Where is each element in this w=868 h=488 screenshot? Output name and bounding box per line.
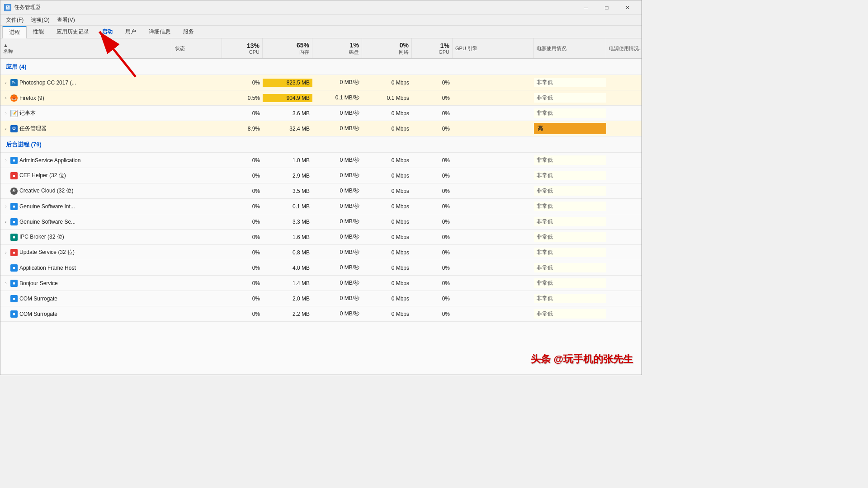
- process-cpu: 0%: [222, 202, 263, 211]
- process-gpu-engine: [453, 113, 534, 114]
- process-disk: 0 MB/秒: [312, 108, 362, 118]
- process-list: 应用 (4)›PsPhotoshop CC 2017 (...0%823.5 M…: [0, 59, 642, 375]
- process-gpu: 0%: [412, 187, 453, 195]
- process-cpu: 0%: [222, 187, 263, 195]
- tab-processes[interactable]: 进程: [2, 26, 27, 38]
- process-cpu: 0%: [222, 109, 263, 117]
- process-icon-firefox: 🦊: [10, 94, 18, 102]
- process-status: [172, 206, 222, 207]
- table-row[interactable]: ›PsPhotoshop CC 2017 (...0%823.5 MB0 MB/…: [0, 75, 642, 90]
- expand-arrow-icon[interactable]: ›: [3, 204, 9, 209]
- process-cpu: 0%: [222, 233, 263, 241]
- process-name-text: 记事本: [19, 109, 36, 117]
- process-name-text: IPC Broker (32 位): [19, 233, 64, 241]
- process-network: 0 Mbps: [362, 264, 412, 272]
- process-icon-eye: 👁: [10, 188, 18, 195]
- expand-arrow-icon[interactable]: ›: [3, 158, 9, 163]
- table-row[interactable]: ■CEF Helper (32 位)0%2.9 MB0 MB/秒0 Mbps0%…: [0, 168, 642, 183]
- tab-details[interactable]: 详细信息: [142, 26, 177, 38]
- process-network: 0 Mbps: [362, 279, 412, 287]
- process-disk: 0 MB/秒: [312, 248, 362, 257]
- col-disk[interactable]: 1% 磁盘: [312, 38, 362, 58]
- process-disk: 0 MB/秒: [312, 202, 362, 211]
- process-power2: [606, 206, 642, 207]
- process-status: [172, 236, 222, 238]
- tab-performance[interactable]: 性能: [27, 26, 50, 38]
- col-name[interactable]: ▲ 名称: [0, 38, 172, 58]
- table-row[interactable]: ›■Bonjour Service0%1.4 MB0 MB/秒0 Mbps0%非…: [0, 276, 642, 291]
- app-icon: 🖥: [4, 4, 11, 11]
- menu-options[interactable]: 选项(O): [27, 15, 53, 25]
- process-disk: 0 MB/秒: [312, 278, 362, 288]
- process-power2: [606, 252, 642, 253]
- process-status: [172, 313, 222, 315]
- table-row[interactable]: ■IPC Broker (32 位)0%1.6 MB0 MB/秒0 Mbps0%…: [0, 230, 642, 245]
- maximize-button[interactable]: □: [596, 0, 617, 15]
- col-power[interactable]: 电源使用情况: [534, 38, 606, 58]
- table-row[interactable]: ›📝记事本0%3.6 MB0 MB/秒0 Mbps0%非常低: [0, 106, 642, 121]
- expand-arrow-icon[interactable]: ›: [3, 126, 9, 131]
- expand-arrow-icon[interactable]: ›: [3, 250, 9, 255]
- table-row[interactable]: ›■AdminService Application0%1.0 MB0 MB/秒…: [0, 153, 642, 168]
- process-status: [172, 221, 222, 223]
- process-disk: 0 MB/秒: [312, 171, 362, 180]
- expand-arrow-icon[interactable]: ›: [3, 219, 9, 225]
- table-row[interactable]: 后台进程 (79): [0, 136, 642, 153]
- table-row[interactable]: ›⚙任务管理器8.9%32.4 MB0 MB/秒0 Mbps0%高: [0, 121, 642, 136]
- menu-file[interactable]: 文件(F): [2, 15, 27, 25]
- col-network[interactable]: 0% 网络: [362, 38, 412, 58]
- minimize-button[interactable]: ─: [576, 0, 596, 15]
- table-row[interactable]: ›■Genuine Software Int...0%0.1 MB0 MB/秒0…: [0, 199, 642, 214]
- process-name-cell: ›■Genuine Software Se...: [0, 217, 172, 226]
- col-gpu[interactable]: 1% GPU: [412, 38, 453, 58]
- process-cpu: 0%: [222, 249, 263, 257]
- process-icon-ps: Ps: [10, 79, 18, 86]
- col-power2[interactable]: 电源使用情况...: [606, 38, 642, 58]
- process-gpu-engine: [453, 82, 534, 84]
- process-icon-notepad: 📝: [10, 110, 18, 117]
- table-row[interactable]: ■COM Surrogate0%2.2 MB0 MB/秒0 Mbps0%非常低: [0, 306, 642, 322]
- expand-arrow-icon[interactable]: ›: [3, 95, 9, 101]
- close-button[interactable]: ✕: [617, 0, 638, 15]
- process-gpu-engine: [453, 175, 534, 177]
- col-status[interactable]: 状态: [172, 38, 222, 58]
- col-gpu-engine[interactable]: GPU 引擎: [453, 38, 534, 58]
- table-row[interactable]: ›■Genuine Software Se...0%3.3 MB0 MB/秒0 …: [0, 214, 642, 230]
- process-power: 非常低: [534, 202, 606, 211]
- process-name-cell: ■COM Surrogate: [0, 310, 172, 319]
- table-row[interactable]: ›🦊Firefox (9)0.5%904.9 MB0.1 MB/秒0.1 Mbp…: [0, 90, 642, 106]
- process-name-cell: ›📝记事本: [0, 108, 172, 118]
- process-power2: [606, 313, 642, 315]
- tab-services[interactable]: 服务: [177, 26, 200, 38]
- process-gpu-engine: [453, 267, 534, 269]
- process-gpu-engine: [453, 282, 534, 284]
- tab-app-history[interactable]: 应用历史记录: [50, 26, 95, 38]
- expand-arrow-icon[interactable]: ›: [3, 281, 9, 286]
- tab-startup[interactable]: 启动: [95, 26, 119, 38]
- tab-users[interactable]: 用户: [119, 26, 142, 38]
- table-row[interactable]: 👁Creative Cloud (32 位)0%3.5 MB0 MB/秒0 Mb…: [0, 183, 642, 199]
- process-memory: 1.0 MB: [263, 156, 312, 164]
- process-icon-red: ■: [10, 172, 18, 179]
- process-power: 非常低: [534, 171, 606, 180]
- menu-view[interactable]: 查看(V): [53, 15, 79, 25]
- table-row[interactable]: ■Application Frame Host0%4.0 MB0 MB/秒0 M…: [0, 260, 642, 276]
- process-disk: 0 MB/秒: [312, 124, 362, 133]
- window-controls: ─ □ ✕: [576, 0, 638, 15]
- col-memory[interactable]: 65% 内存: [263, 38, 312, 58]
- expand-arrow-icon[interactable]: ›: [3, 80, 9, 85]
- process-status: [172, 298, 222, 300]
- process-power: 非常低: [534, 186, 606, 196]
- process-name-text: Genuine Software Se...: [19, 219, 75, 225]
- table-row[interactable]: ›■Update Service (32 位)0%0.8 MB0 MB/秒0 M…: [0, 245, 642, 260]
- process-name-cell: ■COM Surrogate: [0, 294, 172, 303]
- process-name-text: Bonjour Service: [19, 280, 58, 286]
- table-row[interactable]: 应用 (4): [0, 59, 642, 75]
- watermark: 头条 @玩手机的张先生: [531, 352, 633, 366]
- expand-arrow-icon[interactable]: ›: [3, 111, 9, 116]
- window-title: 任务管理器: [14, 4, 576, 11]
- process-name-cell: ■Application Frame Host: [0, 263, 172, 272]
- col-cpu[interactable]: 13% CPU: [222, 38, 263, 58]
- table-row[interactable]: ■COM Surrogate0%2.0 MB0 MB/秒0 Mbps0%非常低: [0, 291, 642, 306]
- process-gpu: 0%: [412, 233, 453, 241]
